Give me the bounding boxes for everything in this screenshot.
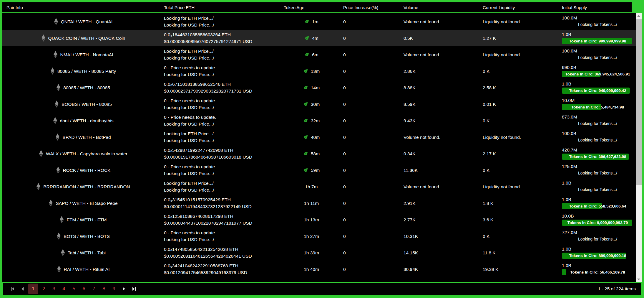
eth-icon (61, 249, 65, 256)
price-increase-value: 0 (343, 18, 399, 25)
next-page-button[interactable] (119, 284, 128, 294)
initial-supply-cell: 100.0BLooking for Tokens.../ (558, 129, 632, 145)
column-header-age[interactable]: Token Age (280, 2, 339, 12)
table-row[interactable]: ROCK / WETH - ROCK0 - Price needs to upd… (2, 162, 636, 178)
page-button-1[interactable]: 1 (28, 284, 38, 294)
price-increase-value: 0 (343, 183, 399, 190)
scrollbar[interactable] (636, 13, 642, 282)
tokens-in-circ-bar: Tokens In Circ: 9,999,999,992.79 (562, 220, 632, 226)
table-row[interactable]: dont / WETH - dontbuythis0 - Price needs… (2, 112, 636, 129)
table-row[interactable]: BRRRRANDON / WETH - BRRRRANDONLooking fo… (2, 178, 636, 195)
total-price-cell: 0 - Price needs to update.Looking for US… (160, 112, 280, 129)
table-row-partial[interactable]: 0.0₄45502412047073400463 ETH10.0B (2, 277, 636, 281)
pair-name: SAPO / WETH - El Sapo Pepe (56, 200, 117, 207)
page-button-4[interactable]: 4 (59, 284, 68, 294)
page-button-2[interactable]: 2 (39, 284, 48, 294)
initial-supply-cell: 10.0B (558, 277, 632, 281)
column-header-supply[interactable]: Initial Supply (558, 2, 632, 12)
pair-info-cell: RAI / WETH - Ritual AI (2, 261, 160, 277)
token-age-cell: 58m (280, 145, 339, 162)
tokens-in-circ-text: Tokens In Circ: 5,484,734.98 (571, 104, 624, 110)
eth-price: 0 - Price needs to update. (164, 64, 280, 71)
eth-price: 0.0₈3154510151570925429 ETH (164, 196, 280, 203)
page-button-9[interactable]: 9 (109, 284, 118, 294)
page-button-8[interactable]: 8 (99, 284, 108, 294)
page-button-7[interactable]: 7 (89, 284, 98, 294)
usd-price: Looking for USD Price.../ (164, 170, 280, 177)
pair-info-cell (2, 277, 160, 281)
table-row[interactable]: BOOBS / WETH - 800850 - Price needs to u… (2, 96, 636, 112)
token-age-cell: 4m (280, 30, 339, 46)
prev-page-button[interactable] (18, 284, 27, 294)
leaf-icon (304, 19, 310, 24)
scroll-down-button[interactable] (636, 277, 642, 282)
last-page-button[interactable] (130, 284, 138, 294)
price-increase-cell: 0 (339, 244, 399, 261)
liquidity-value: 0 K (483, 68, 558, 75)
tokens-status-text: Looking for Tokens.../ (562, 170, 632, 176)
initial-supply-value: 10.0B (562, 213, 632, 219)
first-page-button[interactable] (8, 284, 17, 294)
scrollbar-thumb[interactable] (636, 19, 642, 185)
table-row[interactable]: RAI / WETH - Ritual AI0.0₆34241048242229… (2, 261, 636, 277)
initial-supply-value: 1.0B (562, 81, 632, 87)
total-price-cell: 0.0₈6715018138598652546 ETH$0.0000237179… (160, 79, 280, 96)
page-button-6[interactable]: 6 (79, 284, 88, 294)
initial-supply-value: 10.0B (562, 279, 632, 281)
tokens-in-circ-text: Tokens In Circ: 9,999,999,992.79 (567, 220, 628, 226)
table-row[interactable]: BPAD / WETH - BotPadLooking for ETH Pric… (2, 129, 636, 145)
initial-supply-value: 1.0B (562, 32, 632, 37)
token-age-value: 14m (311, 84, 320, 91)
liquidity-cell: Liquidity not found. (479, 13, 558, 30)
column-header-volume[interactable]: Volume (399, 2, 479, 12)
tokens-status-text: Looking for Tokens.../ (562, 236, 632, 242)
token-pairs-app: Pair InfoTotal Price ETHToken AgePrice I… (0, 0, 644, 298)
column-header-increase[interactable]: Price Increase(%) (339, 2, 399, 12)
liquidity-cell: 0 K (479, 162, 558, 178)
page-button-5[interactable]: 5 (69, 284, 78, 294)
table-row[interactable]: SAPO / WETH - El Sapo Pepe0.0₈3154510151… (2, 195, 636, 211)
volume-value: 2.77K (404, 216, 479, 223)
initial-supply-value: 727.0M (562, 230, 632, 235)
column-header-pair[interactable]: Pair Info (2, 2, 160, 12)
pair-name: 80085 / WETH - 80085 (63, 84, 110, 91)
table-row[interactable]: WALX / WETH - Capybara walx in water0.0₈… (2, 145, 636, 162)
scroll-up-button[interactable] (636, 13, 642, 19)
initial-supply-value: 873.0M (562, 114, 632, 120)
price-increase-cell: 0 (339, 63, 399, 79)
token-age-value: 1h 40m (304, 266, 319, 273)
pair-name: BOTS / WETH - BOTS (64, 233, 110, 240)
price-increase-value: 0 (343, 84, 399, 91)
table-row[interactable]: QUACK COIN / WETH - QUACK Coin0.0₈164463… (2, 30, 636, 46)
liquidity-value: 0 K (483, 233, 558, 240)
volume-value: Volume not found. (404, 134, 479, 141)
total-price-cell: 0 - Price needs to update.Looking for US… (160, 162, 280, 178)
price-increase-cell: 0 (339, 112, 399, 129)
table-row[interactable]: 80085 / WETH - 80085 Party0 - Price need… (2, 63, 636, 79)
table-row[interactable]: NMAI / WETH - NomotaAILooking for ETH Pr… (2, 46, 636, 63)
table-row[interactable]: FTM / WETH - FTM0.0₈12581038674628617298… (2, 211, 636, 228)
leaf-icon (303, 101, 308, 107)
token-age-cell: 1h 39m (280, 244, 339, 261)
volume-cell: 9.43K (399, 112, 479, 129)
liquidity-value: 2.58 K (483, 84, 558, 91)
pair-name: QUACK COIN / WETH - QUACK Coin (48, 35, 125, 42)
table-row[interactable]: QNTAI / WETH - QuantAILooking for ETH Pr… (2, 13, 636, 30)
tokens-in-circ-bar: Tokens In Circ: 56,466,169.78 (562, 269, 632, 275)
items-count-label: 1 - 25 of 224 items (598, 286, 636, 292)
price-increase-value: 0 (343, 117, 399, 124)
tokens-status-text: Looking for Tokens.../ (562, 22, 632, 28)
initial-supply-cell: 873.0MLooking for Tokens.../ (558, 112, 632, 129)
column-header-price[interactable]: Total Price ETH (160, 2, 280, 12)
table-row[interactable]: BOTS / WETH - BOTS0 - Price needs to upd… (2, 228, 636, 244)
column-header-liquidity[interactable]: Current Liquidity (479, 2, 558, 12)
eth-price: 0 - Price needs to update. (164, 163, 280, 170)
table-row[interactable]: Tabi / WETH - Tabi0.0₆147480585642213254… (2, 244, 636, 261)
table-row[interactable]: 80085 / WETH - 800850.0₈6715018138598652… (2, 79, 636, 96)
total-price-cell: 0.0₈54298719922477420908 ETH$0.000019178… (160, 145, 280, 162)
leaf-icon (303, 118, 308, 123)
volume-value: 8.88K (404, 84, 479, 91)
tokens-in-circ-bar: Tokens In Circ: 999,999,999.98 (562, 38, 632, 44)
page-button-3[interactable]: 3 (49, 284, 58, 294)
leaf-icon (303, 68, 308, 74)
